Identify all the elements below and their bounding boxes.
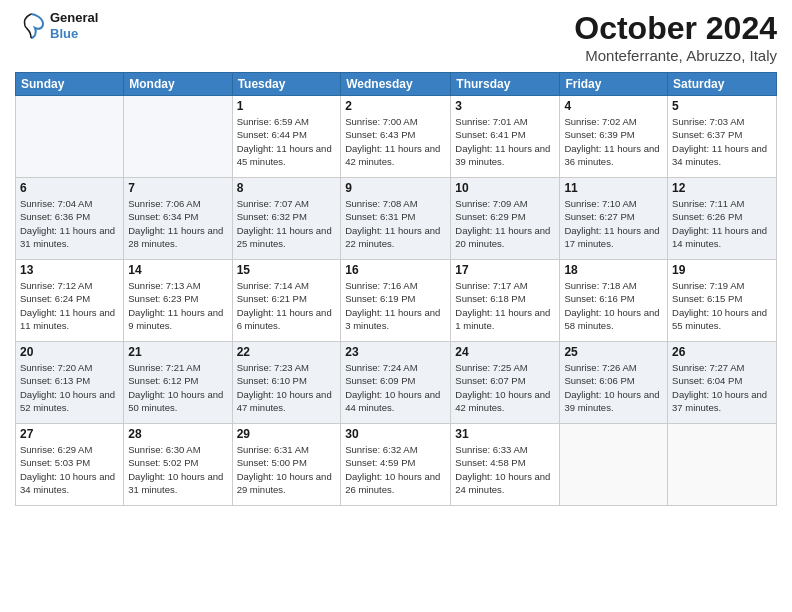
calendar-day-cell (16, 96, 124, 178)
day-number: 29 (237, 427, 337, 441)
day-info: Sunrise: 7:26 AM Sunset: 6:06 PM Dayligh… (564, 361, 663, 414)
day-number: 20 (20, 345, 119, 359)
day-info: Sunrise: 7:11 AM Sunset: 6:26 PM Dayligh… (672, 197, 772, 250)
day-info: Sunrise: 7:01 AM Sunset: 6:41 PM Dayligh… (455, 115, 555, 168)
calendar-week-1: 1Sunrise: 6:59 AM Sunset: 6:44 PM Daylig… (16, 96, 777, 178)
calendar-day-cell: 6Sunrise: 7:04 AM Sunset: 6:36 PM Daylig… (16, 178, 124, 260)
day-number: 14 (128, 263, 227, 277)
day-info: Sunrise: 7:27 AM Sunset: 6:04 PM Dayligh… (672, 361, 772, 414)
month-title: October 2024 (574, 10, 777, 47)
day-info: Sunrise: 7:00 AM Sunset: 6:43 PM Dayligh… (345, 115, 446, 168)
day-number: 25 (564, 345, 663, 359)
day-number: 8 (237, 181, 337, 195)
calendar-day-cell: 11Sunrise: 7:10 AM Sunset: 6:27 PM Dayli… (560, 178, 668, 260)
day-info: Sunrise: 7:25 AM Sunset: 6:07 PM Dayligh… (455, 361, 555, 414)
day-info: Sunrise: 7:10 AM Sunset: 6:27 PM Dayligh… (564, 197, 663, 250)
day-info: Sunrise: 6:29 AM Sunset: 5:03 PM Dayligh… (20, 443, 119, 496)
calendar-day-cell: 30Sunrise: 6:32 AM Sunset: 4:59 PM Dayli… (341, 424, 451, 506)
day-info: Sunrise: 7:19 AM Sunset: 6:15 PM Dayligh… (672, 279, 772, 332)
logo: General Blue (15, 10, 98, 42)
day-info: Sunrise: 7:02 AM Sunset: 6:39 PM Dayligh… (564, 115, 663, 168)
day-number: 3 (455, 99, 555, 113)
calendar-day-cell (124, 96, 232, 178)
calendar-day-cell (560, 424, 668, 506)
day-info: Sunrise: 7:20 AM Sunset: 6:13 PM Dayligh… (20, 361, 119, 414)
day-number: 5 (672, 99, 772, 113)
day-info: Sunrise: 7:06 AM Sunset: 6:34 PM Dayligh… (128, 197, 227, 250)
calendar-day-cell: 14Sunrise: 7:13 AM Sunset: 6:23 PM Dayli… (124, 260, 232, 342)
day-number: 31 (455, 427, 555, 441)
calendar-day-cell: 12Sunrise: 7:11 AM Sunset: 6:26 PM Dayli… (668, 178, 777, 260)
day-number: 11 (564, 181, 663, 195)
calendar-day-cell: 7Sunrise: 7:06 AM Sunset: 6:34 PM Daylig… (124, 178, 232, 260)
col-monday: Monday (124, 73, 232, 96)
day-info: Sunrise: 6:59 AM Sunset: 6:44 PM Dayligh… (237, 115, 337, 168)
day-info: Sunrise: 7:21 AM Sunset: 6:12 PM Dayligh… (128, 361, 227, 414)
logo-wordmark: General Blue (15, 10, 98, 42)
calendar-day-cell (668, 424, 777, 506)
calendar-day-cell: 20Sunrise: 7:20 AM Sunset: 6:13 PM Dayli… (16, 342, 124, 424)
calendar-table: Sunday Monday Tuesday Wednesday Thursday… (15, 72, 777, 506)
calendar-day-cell: 13Sunrise: 7:12 AM Sunset: 6:24 PM Dayli… (16, 260, 124, 342)
location: Monteferrante, Abruzzo, Italy (574, 47, 777, 64)
col-saturday: Saturday (668, 73, 777, 96)
day-number: 17 (455, 263, 555, 277)
day-info: Sunrise: 7:12 AM Sunset: 6:24 PM Dayligh… (20, 279, 119, 332)
calendar-day-cell: 27Sunrise: 6:29 AM Sunset: 5:03 PM Dayli… (16, 424, 124, 506)
calendar-day-cell: 26Sunrise: 7:27 AM Sunset: 6:04 PM Dayli… (668, 342, 777, 424)
logo-bird-icon (15, 10, 47, 42)
page-header: General Blue October 2024 Monteferrante,… (15, 10, 777, 64)
logo-blue: Blue (50, 26, 98, 42)
col-friday: Friday (560, 73, 668, 96)
calendar-day-cell: 9Sunrise: 7:08 AM Sunset: 6:31 PM Daylig… (341, 178, 451, 260)
col-wednesday: Wednesday (341, 73, 451, 96)
day-number: 22 (237, 345, 337, 359)
day-number: 16 (345, 263, 446, 277)
day-info: Sunrise: 7:16 AM Sunset: 6:19 PM Dayligh… (345, 279, 446, 332)
calendar-day-cell: 25Sunrise: 7:26 AM Sunset: 6:06 PM Dayli… (560, 342, 668, 424)
day-info: Sunrise: 7:23 AM Sunset: 6:10 PM Dayligh… (237, 361, 337, 414)
calendar-day-cell: 23Sunrise: 7:24 AM Sunset: 6:09 PM Dayli… (341, 342, 451, 424)
day-number: 18 (564, 263, 663, 277)
day-number: 23 (345, 345, 446, 359)
day-number: 26 (672, 345, 772, 359)
calendar-day-cell: 29Sunrise: 6:31 AM Sunset: 5:00 PM Dayli… (232, 424, 341, 506)
day-info: Sunrise: 6:32 AM Sunset: 4:59 PM Dayligh… (345, 443, 446, 496)
day-number: 15 (237, 263, 337, 277)
calendar-week-2: 6Sunrise: 7:04 AM Sunset: 6:36 PM Daylig… (16, 178, 777, 260)
day-info: Sunrise: 7:24 AM Sunset: 6:09 PM Dayligh… (345, 361, 446, 414)
day-info: Sunrise: 7:08 AM Sunset: 6:31 PM Dayligh… (345, 197, 446, 250)
day-info: Sunrise: 7:14 AM Sunset: 6:21 PM Dayligh… (237, 279, 337, 332)
day-info: Sunrise: 7:17 AM Sunset: 6:18 PM Dayligh… (455, 279, 555, 332)
calendar-day-cell: 17Sunrise: 7:17 AM Sunset: 6:18 PM Dayli… (451, 260, 560, 342)
day-number: 21 (128, 345, 227, 359)
day-info: Sunrise: 7:04 AM Sunset: 6:36 PM Dayligh… (20, 197, 119, 250)
day-number: 24 (455, 345, 555, 359)
calendar-day-cell: 5Sunrise: 7:03 AM Sunset: 6:37 PM Daylig… (668, 96, 777, 178)
calendar-day-cell: 24Sunrise: 7:25 AM Sunset: 6:07 PM Dayli… (451, 342, 560, 424)
calendar-day-cell: 31Sunrise: 6:33 AM Sunset: 4:58 PM Dayli… (451, 424, 560, 506)
day-number: 27 (20, 427, 119, 441)
day-number: 6 (20, 181, 119, 195)
title-block: October 2024 Monteferrante, Abruzzo, Ita… (574, 10, 777, 64)
calendar-day-cell: 15Sunrise: 7:14 AM Sunset: 6:21 PM Dayli… (232, 260, 341, 342)
day-number: 7 (128, 181, 227, 195)
day-info: Sunrise: 6:33 AM Sunset: 4:58 PM Dayligh… (455, 443, 555, 496)
day-number: 12 (672, 181, 772, 195)
day-info: Sunrise: 7:13 AM Sunset: 6:23 PM Dayligh… (128, 279, 227, 332)
calendar-day-cell: 28Sunrise: 6:30 AM Sunset: 5:02 PM Dayli… (124, 424, 232, 506)
col-tuesday: Tuesday (232, 73, 341, 96)
calendar-day-cell: 19Sunrise: 7:19 AM Sunset: 6:15 PM Dayli… (668, 260, 777, 342)
day-info: Sunrise: 7:07 AM Sunset: 6:32 PM Dayligh… (237, 197, 337, 250)
calendar-day-cell: 2Sunrise: 7:00 AM Sunset: 6:43 PM Daylig… (341, 96, 451, 178)
calendar-week-4: 20Sunrise: 7:20 AM Sunset: 6:13 PM Dayli… (16, 342, 777, 424)
logo-general: General (50, 10, 98, 26)
day-number: 1 (237, 99, 337, 113)
day-info: Sunrise: 6:30 AM Sunset: 5:02 PM Dayligh… (128, 443, 227, 496)
calendar-week-3: 13Sunrise: 7:12 AM Sunset: 6:24 PM Dayli… (16, 260, 777, 342)
day-number: 30 (345, 427, 446, 441)
col-thursday: Thursday (451, 73, 560, 96)
day-number: 10 (455, 181, 555, 195)
calendar-day-cell: 4Sunrise: 7:02 AM Sunset: 6:39 PM Daylig… (560, 96, 668, 178)
day-info: Sunrise: 7:09 AM Sunset: 6:29 PM Dayligh… (455, 197, 555, 250)
